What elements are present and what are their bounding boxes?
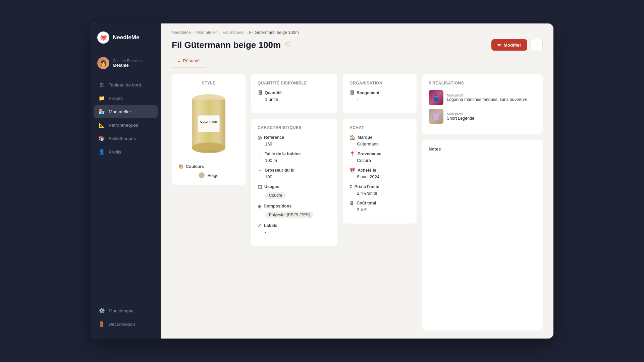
user-info: Couture Premium Mélanie: [113, 59, 142, 68]
col-style: Style: [172, 74, 246, 330]
sidebar-nav: ⊞ Tableau de bord 📁 Projets 🏪 Mon atelie…: [91, 78, 161, 304]
compositions-value: Polyester [PE/PL/PES]: [258, 210, 331, 218]
notes-content: [429, 155, 536, 175]
sidebar-item-profils[interactable]: 👤 Profils: [94, 145, 158, 158]
tab-resume[interactable]: ≡ Résumé: [172, 55, 206, 67]
logo-icon: 🐙: [97, 32, 109, 44]
compte-icon: ⚙️: [99, 308, 105, 314]
profils-icon: 👤: [99, 149, 105, 155]
prix-unite-label: € Prix à l'unité: [350, 184, 410, 189]
grosseur-fil-label: ↔ Grosseur du fil: [258, 168, 331, 173]
svg-text:100 m - 110 yds/g: 100 m - 110 yds/g: [199, 150, 218, 153]
palette-icon: 🎨: [178, 164, 184, 169]
page-header: Fil Gütermann beige 100m ♡ ✏ Modifier ··…: [172, 39, 543, 51]
svg-text:Gütermann: Gütermann: [200, 120, 217, 123]
main-content: NeedleMe › Mon atelier › Fournitures › F…: [161, 23, 553, 339]
achat-card: Achat 🏠 Marque Gütermann 📍 Provenance: [343, 119, 417, 224]
atelier-icon: 🏪: [99, 109, 105, 115]
achat-le-field: 📅 Acheté le 8 avril 2024: [350, 168, 410, 179]
tableau-icon: ⊞: [99, 82, 105, 88]
reference-value: 169: [258, 141, 331, 146]
bibliotheques-icon: 📚: [99, 135, 105, 141]
breadcrumb-atelier[interactable]: Mon atelier: [196, 30, 217, 35]
sidebar-item-label: Mon compte: [109, 308, 133, 313]
user-profile: 👩 Couture Premium Mélanie: [91, 53, 161, 73]
quantite-card: Quantité disponible 🗄 Quantité 1 unité: [251, 74, 337, 113]
color-dot: [199, 172, 205, 178]
breadcrumb-sep-2: ›: [219, 30, 220, 35]
realization-profile-1: Mon profil: [447, 93, 527, 97]
content-area: Style: [161, 67, 553, 339]
realization-name-1: Logonna manches fendues, sans ouverture: [447, 97, 527, 102]
quantite-value: 1 unité: [258, 97, 331, 102]
prix-unite-value: 2.4 €/unité: [350, 191, 410, 196]
sidebar-item-compte[interactable]: ⚙️ Mon compte: [94, 304, 158, 317]
organisation-card: Organisation 🗄 Rangement -: [343, 74, 417, 113]
top-bar: NeedleMe › Mon atelier › Fournitures › F…: [161, 23, 553, 67]
cout-total-label: 🖥 Coût total: [350, 200, 410, 206]
compositions-tag: Polyester [PE/PL/PES]: [265, 212, 314, 218]
rangement-icon: 🗄: [350, 90, 354, 96]
sidebar-item-projets[interactable]: 📁 Projets: [94, 92, 158, 105]
grosseur-fil-value: 100: [258, 174, 331, 179]
more-button[interactable]: ···: [531, 39, 543, 51]
color-chip: Beige: [199, 172, 218, 178]
breadcrumb-fournitures[interactable]: Fournitures: [222, 30, 244, 35]
provenance-label: 📍 Provenance: [350, 151, 410, 157]
sidebar-item-deconnexion[interactable]: 🚪 Déconnexion: [94, 318, 158, 330]
usages-label: ◫ Usages: [258, 184, 331, 189]
grosseur-icon: ↔: [258, 168, 262, 173]
quantite-field: 🗄 Quantité 1 unité: [258, 90, 331, 102]
sidebar-item-label: Patronthèques: [109, 123, 138, 128]
labels-icon: ✓: [258, 223, 262, 228]
sidebar-item-patrontheques[interactable]: 📐 Patronthèques: [94, 119, 158, 131]
logo[interactable]: 🐙 NeedleMe: [91, 32, 161, 53]
marque-icon: 🏠: [350, 135, 355, 140]
notes-title: Notes: [429, 146, 536, 152]
colors-section-title: 🎨 Couleurs: [178, 164, 204, 169]
realization-name-2: Short Légende: [447, 116, 474, 121]
quantite-icon: 🗄: [258, 90, 262, 96]
carac-section-title: Caractéristiques: [258, 125, 331, 130]
real-section-title: 5 réalisations: [429, 81, 536, 85]
breadcrumb-needleme[interactable]: NeedleMe: [172, 30, 191, 35]
prix-unite-field: € Prix à l'unité 2.4 €/unité: [350, 184, 410, 196]
achat-le-label: 📅 Acheté le: [350, 168, 410, 173]
marque-field: 🏠 Marque Gütermann: [350, 135, 410, 146]
rangement-label: 🗄 Rangement: [350, 90, 410, 96]
favorite-icon[interactable]: ♡: [285, 41, 291, 49]
modify-button[interactable]: ✏ Modifier: [491, 39, 528, 51]
realization-item-2[interactable]: 👚 Mon profil Short Légende: [429, 109, 536, 124]
thread-image: Gütermann 100 m - 110 yds/g: [190, 90, 227, 157]
compositions-icon: ◈: [258, 203, 261, 209]
provenance-field: 📍 Provenance Cultura: [350, 151, 410, 163]
breadcrumb-current: Fil Gütermann beige 100m: [249, 30, 299, 35]
cout-total-field: 🖥 Coût total 2.4 €: [350, 200, 410, 212]
labels-field: ✓ Labels -: [258, 223, 331, 235]
rangement-value: -: [350, 97, 410, 102]
marque-value: Gütermann: [350, 141, 410, 146]
deconnexion-icon: 🚪: [99, 321, 105, 327]
achat-le-value: 8 avril 2024: [350, 174, 410, 179]
quantite-label: 🗄 Quantité: [258, 90, 331, 96]
sidebar-item-bibliotheques[interactable]: 📚 Bibliothèques: [94, 132, 158, 145]
thumb-garment-2: 👚: [429, 109, 443, 124]
tab-bar: ≡ Résumé: [172, 55, 543, 67]
taille-bobine-label: ↔ Taille de la bobine: [258, 151, 331, 157]
provenance-icon: 📍: [350, 151, 355, 157]
org-section-title: Organisation: [350, 81, 410, 85]
sidebar-item-label: Déconnexion: [109, 322, 135, 327]
sidebar-item-tableau[interactable]: ⊞ Tableau de bord: [94, 78, 158, 91]
realization-info-1: Mon profil Logonna manches fendues, sans…: [447, 93, 527, 102]
realisations-card: 5 réalisations 👗 Mon profil Logonna manc…: [422, 74, 543, 134]
usages-icon: ◫: [258, 184, 262, 189]
thumb-garment-1: 👗: [429, 90, 443, 105]
sidebar-item-label: Mon atelier: [109, 109, 131, 114]
compositions-label: ◈ Compositions: [258, 203, 331, 209]
realization-thumb-1: 👗: [429, 90, 443, 105]
patrontheques-icon: 📐: [99, 122, 105, 128]
realization-item-1[interactable]: 👗 Mon profil Logonna manches fendues, sa…: [429, 90, 536, 105]
svg-rect-3: [198, 115, 220, 132]
sidebar-item-atelier[interactable]: 🏪 Mon atelier: [94, 105, 158, 118]
labels-label: ✓ Labels: [258, 223, 331, 228]
